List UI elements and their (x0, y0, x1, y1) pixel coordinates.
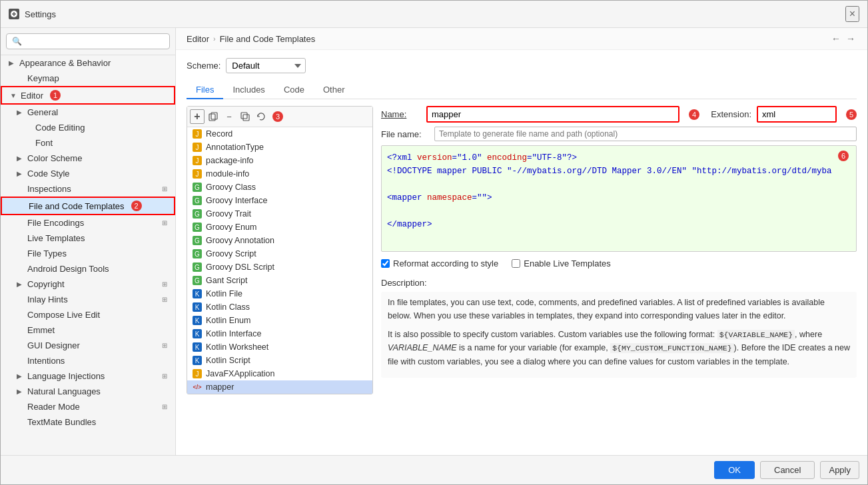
sidebar-item-inlay-hints[interactable]: Inlay Hints ⊞ (1, 292, 175, 307)
sidebar-item-intentions[interactable]: Intentions (1, 353, 175, 368)
dialog-title: Settings (25, 9, 56, 19)
list-item-groovy-script[interactable]: G Groovy Script (187, 247, 372, 260)
cancel-button[interactable]: Cancel (760, 461, 815, 479)
name-input[interactable] (426, 106, 679, 123)
reformat-checkbox-label[interactable]: Reformat according to style (381, 258, 498, 268)
list-item-label-groovy-interface: Groovy Interface (206, 196, 267, 205)
duplicate-template-button[interactable] (238, 109, 252, 124)
list-item-groovy-annotation[interactable]: G Groovy Annotation (187, 234, 372, 247)
list-item-module-info[interactable]: J module-info (187, 167, 372, 181)
list-item-kotlin-enum[interactable]: K Kotlin Enum (187, 314, 372, 327)
list-item-label-record: Record (206, 129, 232, 139)
reformat-checkbox[interactable] (381, 259, 390, 268)
list-item-groovy-dsl[interactable]: G Groovy DSL Script (187, 260, 372, 274)
sidebar-item-keymap[interactable]: Keymap (1, 71, 175, 86)
list-item-groovy-enum[interactable]: G Groovy Enum (187, 221, 372, 234)
package-info-icon: J (193, 156, 202, 165)
copy-template-button[interactable] (206, 109, 220, 124)
nav-back-button[interactable]: ← (830, 33, 842, 44)
list-item-kotlin-script[interactable]: K Kotlin Script (187, 354, 372, 367)
badge-ih: ⊞ (162, 296, 167, 303)
sidebar-item-general[interactable]: ▶ General (1, 105, 175, 120)
breadcrumb-sep: › (213, 35, 216, 43)
tab-code[interactable]: Code (274, 81, 314, 99)
tab-files[interactable]: Files (187, 81, 223, 99)
list-item-mapper[interactable]: </> mapper (187, 380, 372, 394)
list-item-javafx[interactable]: J JavaFXApplication (187, 367, 372, 380)
list-item-kotlin-file[interactable]: K Kotlin File (187, 287, 372, 300)
extension-input[interactable] (757, 106, 837, 123)
live-templates-checkbox[interactable] (512, 259, 520, 268)
sidebar-label-color-scheme: Color Scheme (27, 153, 82, 163)
reset-template-button[interactable] (254, 109, 268, 124)
code-editor-wrapper: <?xml version="1.0" encoding="UTF-8"?> <… (381, 145, 857, 252)
sidebar-item-appearance[interactable]: ▶ Appearance & Behavior (1, 55, 175, 71)
sidebar-label-general: General (27, 107, 58, 117)
expand-arrow-copyright: ▶ (17, 280, 25, 288)
sidebar-label-gui: GUI Designer (27, 340, 80, 350)
module-info-icon: J (193, 169, 202, 179)
search-box[interactable] (1, 28, 175, 55)
sidebar-label-keymap: Keymap (27, 73, 59, 83)
sidebar-item-reader-mode[interactable]: Reader Mode ⊞ (1, 399, 175, 414)
sidebar-item-compose[interactable]: Compose Live Edit (1, 307, 175, 322)
sidebar-item-editor[interactable]: ▼ Editor 1 (1, 86, 175, 105)
main-content: ▶ Appearance & Behavior Keymap ▼ Editor … (1, 28, 867, 455)
search-input[interactable] (6, 33, 170, 49)
tab-includes[interactable]: Includes (223, 81, 274, 99)
sidebar-item-gui[interactable]: GUI Designer ⊞ (1, 338, 175, 353)
list-item-kotlin-worksheet[interactable]: K Kotlin Worksheet (187, 340, 372, 354)
badge-copyright: ⊞ (162, 280, 167, 288)
sidebar-label-compose: Compose Live Edit (27, 310, 100, 320)
sidebar-item-file-types[interactable]: File Types (1, 246, 175, 261)
sidebar-item-natural-langs[interactable]: ▶ Natural Languages (1, 384, 175, 399)
live-templates-checkbox-label[interactable]: Enable Live Templates (512, 258, 611, 268)
ok-button[interactable]: OK (714, 461, 755, 479)
sidebar-item-live-templates[interactable]: Live Templates (1, 231, 175, 246)
annotation-5: 5 (846, 109, 857, 120)
sidebar-item-textmate[interactable]: TextMate Bundles (1, 414, 175, 430)
sidebar-item-font[interactable]: Font (1, 135, 175, 151)
badge-fe: ⊞ (162, 219, 167, 227)
sidebar-item-code-editing[interactable]: Code Editing (1, 120, 175, 135)
add-template-button[interactable]: + (190, 109, 205, 124)
desc-text: In file templates, you can use text, cod… (381, 292, 857, 378)
sidebar-item-code-style[interactable]: ▶ Code Style (1, 166, 175, 181)
apply-button[interactable]: Apply (820, 461, 859, 479)
close-button[interactable]: × (845, 6, 859, 22)
sidebar-item-copyright[interactable]: ▶ Copyright ⊞ (1, 276, 175, 292)
list-item-groovy-trait[interactable]: G Groovy Trait (187, 207, 372, 221)
sidebar-item-file-encodings[interactable]: File Encodings ⊞ (1, 215, 175, 231)
list-item-kotlin-interface[interactable]: K Kotlin Interface (187, 327, 372, 340)
sidebar-item-emmet[interactable]: Emmet (1, 322, 175, 338)
list-item-groovy-class[interactable]: G Groovy Class (187, 181, 372, 194)
list-item-groovy-interface[interactable]: G Groovy Interface (187, 194, 372, 207)
extension-label: Extension: (705, 109, 751, 119)
tab-other[interactable]: Other (314, 81, 354, 99)
sidebar-label-font: Font (35, 138, 53, 148)
expand-arrow-code-style: ▶ (17, 170, 25, 177)
sidebar-item-inspections[interactable]: Inspections ⊞ (1, 181, 175, 197)
remove-template-button[interactable]: − (222, 109, 236, 124)
sidebar-label-tm: TextMate Bundles (27, 417, 96, 427)
code-line-6: </mapper> (387, 218, 851, 231)
sidebar-item-lang-injections[interactable]: ▶ Language Injections ⊞ (1, 368, 175, 384)
list-item-gant-script[interactable]: G Gant Script (187, 274, 372, 287)
sidebar-item-color-scheme[interactable]: ▶ Color Scheme (1, 151, 175, 166)
list-item-record[interactable]: J Record (187, 127, 372, 141)
list-item-annotation-type[interactable]: J AnnotationType (187, 141, 372, 154)
template-area: + − 3 (187, 106, 857, 394)
breadcrumb: Editor › File and Code Templates ← → (176, 28, 867, 50)
sidebar-item-file-code-templates[interactable]: File and Code Templates 2 (1, 197, 175, 215)
code-editor[interactable]: <?xml version="1.0" encoding="UTF-8"?> <… (381, 145, 857, 252)
scheme-select[interactable]: Default Project (226, 58, 306, 73)
list-item-label-groovy-trait: Groovy Trait (206, 209, 251, 219)
sidebar-label-emmet: Emmet (27, 325, 55, 335)
filename-input[interactable] (434, 127, 857, 141)
sidebar-label-inspections: Inspections (27, 184, 71, 194)
sidebar-item-android[interactable]: Android Design Tools (1, 261, 175, 276)
list-item-package-info[interactable]: J package-info (187, 154, 372, 167)
nav-forward-button[interactable]: → (845, 33, 857, 44)
list-item-kotlin-class[interactable]: K Kotlin Class (187, 300, 372, 314)
list-item-label-javafx: JavaFXApplication (206, 369, 275, 378)
